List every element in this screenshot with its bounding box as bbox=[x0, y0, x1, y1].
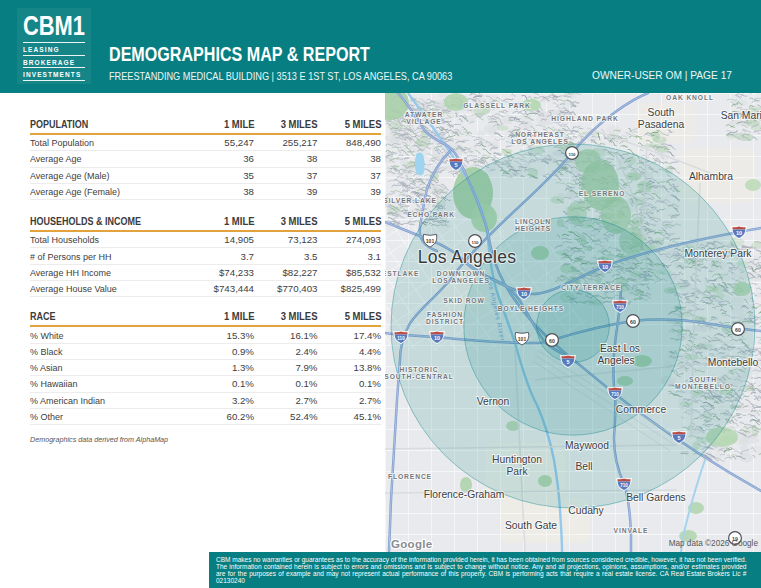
table-row: % American Indian3.2%2.7%2.7% bbox=[30, 393, 381, 409]
row-label: Average HH Income bbox=[30, 267, 179, 278]
page-title: DEMOGRAPHICS MAP & REPORT bbox=[109, 43, 375, 66]
radius-rings bbox=[391, 144, 755, 508]
row-value: 3.7 bbox=[191, 251, 255, 262]
row-value: 7.9% bbox=[254, 362, 318, 373]
table-column-header: 1 MILE bbox=[196, 216, 254, 227]
demographics-table: POPULATION1 MILE3 MILES5 MILESTotal Popu… bbox=[30, 115, 381, 200]
row-value: 16.1% bbox=[254, 330, 318, 341]
table-row: Average House Value$743,444$770,403$825,… bbox=[30, 281, 381, 297]
table-column-header: 5 MILES bbox=[323, 119, 381, 130]
svg-text:110: 110 bbox=[397, 336, 405, 341]
map-label: EL SERENO bbox=[579, 190, 626, 197]
row-value: 55,247 bbox=[191, 137, 255, 148]
row-value: 0.1% bbox=[191, 378, 255, 389]
map-label: Cudahy bbox=[568, 505, 604, 516]
radius-ring bbox=[537, 290, 610, 363]
svg-text:5: 5 bbox=[454, 162, 457, 168]
table-title: RACE bbox=[30, 310, 166, 322]
table-row: Total Population55,247255,217848,490 bbox=[30, 135, 381, 151]
table-title: HOUSEHOLDS & INCOME bbox=[30, 215, 166, 227]
row-value: 60.2% bbox=[191, 411, 255, 422]
map-label: Montebello bbox=[708, 357, 759, 368]
row-label: % American Indian bbox=[30, 395, 179, 406]
row-value: 274,093 bbox=[318, 234, 382, 245]
title-block: DEMOGRAPHICS MAP & REPORT FREESTANDING M… bbox=[109, 43, 509, 82]
row-value: 37 bbox=[318, 170, 382, 181]
map-label: WESTLAKE bbox=[385, 270, 419, 277]
row-label: Total Households bbox=[30, 234, 179, 245]
map-label: Los Angeles bbox=[418, 247, 517, 267]
row-label: # of Persons per HH bbox=[30, 251, 179, 262]
map-label: GLASSELL PARK bbox=[463, 102, 531, 109]
map-label: DISTRICT bbox=[426, 318, 464, 325]
row-value: 38 bbox=[191, 186, 255, 197]
map-label: HEIGHTS bbox=[515, 225, 551, 232]
map-label: Park bbox=[506, 466, 528, 477]
row-value: $743,444 bbox=[191, 283, 255, 294]
demographics-map[interactable]: ATWATERVILLAGEGLASSELL PARKOAK KNOLLHIGH… bbox=[385, 93, 761, 552]
row-value: 38 bbox=[254, 153, 318, 164]
map-label: Angeles bbox=[597, 355, 634, 366]
row-value: $74,233 bbox=[191, 267, 255, 278]
row-label: Average Age (Male) bbox=[30, 170, 179, 181]
map-label: Florence-Graham bbox=[424, 489, 505, 500]
table-column-header: 3 MILES bbox=[259, 311, 317, 322]
row-value: 14,905 bbox=[191, 234, 255, 245]
table-row: % Black0.9%2.4%4.4% bbox=[30, 344, 381, 360]
map-attribution: Map data ©2026 Google bbox=[669, 539, 759, 548]
table-row: Average Age (Female)383939 bbox=[30, 184, 381, 200]
table-row: Average HH Income$74,233$82,227$85,532 bbox=[30, 265, 381, 281]
map-label: Alhambra bbox=[689, 171, 733, 182]
page-reference: OWNER-USER OM | PAGE 17 bbox=[592, 70, 732, 81]
table-row: Average Age363838 bbox=[30, 151, 381, 167]
table-column-header: 5 MILES bbox=[323, 216, 381, 227]
row-value: 2.4% bbox=[254, 346, 318, 357]
table-row: % Other60.2%52.4%45.1% bbox=[30, 409, 381, 425]
circle-shield: 60 bbox=[627, 315, 640, 328]
circle-shield: 110 bbox=[469, 235, 482, 248]
svg-text:60: 60 bbox=[630, 319, 636, 325]
svg-text:710: 710 bbox=[611, 392, 619, 397]
map-label: Vernon bbox=[477, 396, 510, 407]
row-value: 17.4% bbox=[318, 330, 382, 341]
row-label: % Other bbox=[30, 411, 179, 422]
data-source-note: Demographics data derived from AlphaMap bbox=[30, 435, 353, 444]
map-label: SKID ROW bbox=[443, 297, 484, 304]
svg-text:5: 5 bbox=[566, 359, 569, 365]
table-row: % White15.3%16.1%17.4% bbox=[30, 327, 381, 343]
table-row: Average Age (Male)353737 bbox=[30, 168, 381, 184]
map-label: South bbox=[648, 107, 675, 118]
map-label: VILLAGE bbox=[406, 118, 441, 125]
map-label: Pasadena bbox=[638, 119, 685, 130]
map-label: Monterey Park bbox=[685, 248, 753, 259]
logo-division-label: BROKERAGE bbox=[23, 56, 85, 68]
table-row: Total Households14,90573,123274,093 bbox=[30, 232, 381, 248]
circle-shield: 60 bbox=[546, 334, 559, 347]
map-label: Bell Gardens bbox=[626, 492, 686, 503]
google-logo: Google bbox=[391, 538, 432, 550]
table-column-header: 3 MILES bbox=[259, 119, 317, 130]
map-label: ATWATER bbox=[405, 111, 443, 118]
map-label: Huntington bbox=[492, 454, 542, 465]
row-value: $82,227 bbox=[254, 267, 318, 278]
row-value: 3.2% bbox=[191, 395, 255, 406]
map-label: East Los bbox=[600, 343, 640, 354]
table-title: POPULATION bbox=[30, 118, 166, 130]
table-column-header: 5 MILES bbox=[323, 311, 381, 322]
table-row: # of Persons per HH3.73.53.1 bbox=[30, 248, 381, 264]
row-value: 3.1 bbox=[318, 251, 382, 262]
map-label: San Marino bbox=[721, 110, 761, 121]
table-header-row: RACE1 MILE3 MILES5 MILES bbox=[30, 307, 381, 327]
map-label: Bell bbox=[575, 461, 592, 472]
row-value: 1.3% bbox=[191, 362, 255, 373]
table-column-header: 1 MILE bbox=[196, 119, 254, 130]
svg-text:101: 101 bbox=[426, 238, 435, 244]
row-value: 38 bbox=[318, 153, 382, 164]
map-label: South Gate bbox=[505, 520, 557, 531]
row-value: $770,403 bbox=[254, 283, 318, 294]
map-label: Maywood bbox=[565, 440, 609, 451]
logo-division-label: LEASING bbox=[23, 43, 85, 55]
row-value: 52.4% bbox=[254, 411, 318, 422]
row-value: 255,217 bbox=[254, 137, 318, 148]
svg-text:10: 10 bbox=[602, 264, 608, 270]
